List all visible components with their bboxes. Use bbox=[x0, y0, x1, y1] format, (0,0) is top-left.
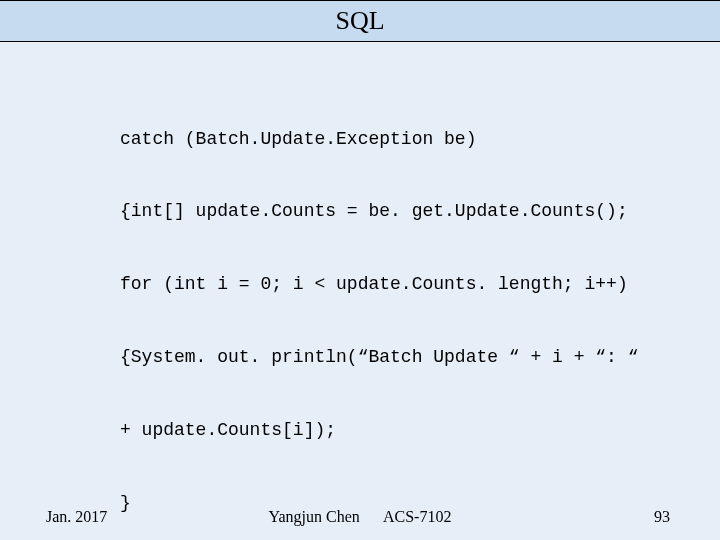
code-line: {int[] update.Counts = be. get.Update.Co… bbox=[120, 199, 680, 223]
slide-title: SQL bbox=[335, 6, 384, 36]
code-line: catch (Batch.Update.Exception be) bbox=[120, 127, 680, 151]
footer-center: Yangjun Chen ACS-7102 bbox=[0, 508, 720, 526]
code-line: + update.Counts[i]); bbox=[120, 418, 680, 442]
code-line: {System. out. println(“Batch Update “ + … bbox=[120, 345, 680, 369]
slide: SQL catch (Batch.Update.Exception be) {i… bbox=[0, 0, 720, 540]
footer: Jan. 2017 Yangjun Chen ACS-7102 93 bbox=[0, 504, 720, 526]
code-line: for (int i = 0; i < update.Counts. lengt… bbox=[120, 272, 680, 296]
footer-page-number: 93 bbox=[654, 508, 670, 526]
code-block: catch (Batch.Update.Exception be) {int[]… bbox=[60, 78, 680, 540]
footer-course: ACS-7102 bbox=[383, 508, 451, 525]
title-band: SQL bbox=[0, 0, 720, 42]
footer-author: Yangjun Chen bbox=[269, 508, 360, 525]
